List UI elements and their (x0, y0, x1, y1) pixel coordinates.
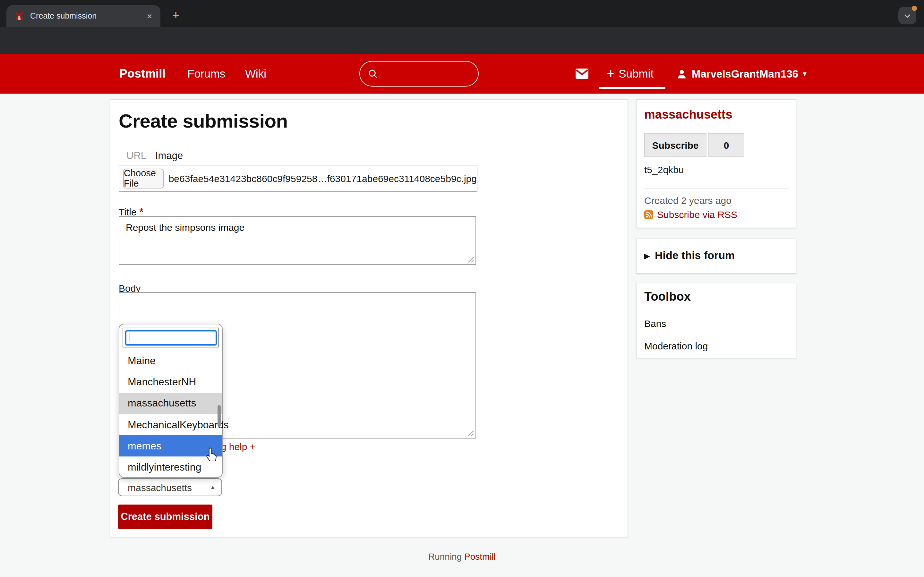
file-input[interactable]: Choose File be63fae54e31423bc860c9f95925… (119, 165, 477, 192)
messages-button[interactable] (575, 54, 589, 93)
update-notification-dot (912, 6, 917, 11)
nav-wiki[interactable]: Wiki (245, 54, 266, 93)
tab-image[interactable]: Image (155, 150, 183, 161)
page-title: Create submission (119, 110, 288, 132)
choose-file-button[interactable]: Choose File (123, 168, 164, 188)
submit-label: Submit (619, 67, 654, 81)
active-nav-underline (599, 87, 666, 89)
hide-forum-card[interactable]: ▶ Hide this forum (636, 238, 796, 274)
site-search-input[interactable] (359, 61, 479, 87)
dropdown-search-input[interactable] (125, 330, 216, 345)
site-footer: Running Postmill (0, 551, 924, 562)
body-label: Body (119, 283, 141, 293)
browser-toolbar: Not Secure ec2-44-202-179-34.compute-1.a… (0, 27, 924, 54)
dropdown-option-massachusetts[interactable]: massachusetts (120, 393, 222, 414)
subscribe-button[interactable]: Subscribe (644, 133, 706, 157)
user-icon (676, 68, 687, 79)
plus-icon: + (607, 67, 614, 81)
hide-forum-label: Hide this forum (655, 250, 735, 262)
forum-id-text: t5_2qkbu (644, 164, 684, 175)
dropdown-option-maine[interactable]: Maine (120, 350, 222, 372)
toolbox-title: Toolbox (644, 290, 691, 304)
user-menu[interactable]: MarvelsGrantMan136 ▾ (676, 54, 806, 93)
envelope-icon (575, 68, 589, 79)
rss-subscribe-link[interactable]: Subscribe via RSS (644, 209, 737, 220)
brand-link[interactable]: Postmill (120, 54, 166, 93)
forum-created-text: Created 2 years ago (644, 195, 732, 206)
caret-up-icon: ▲ (210, 484, 216, 490)
toolbox-card: Toolbox Bans Moderation log (636, 283, 796, 358)
rss-icon (644, 210, 653, 219)
search-icon (368, 68, 379, 79)
required-asterisk: * (139, 206, 143, 218)
toolbox-item-bans[interactable]: Bans (644, 318, 666, 329)
caret-down-icon: ▾ (803, 69, 806, 78)
dropdown-option-mechanicalkeyboards[interactable]: MechanicalKeyboards (120, 414, 222, 436)
chevron-down-icon (902, 11, 913, 21)
rss-label: Subscribe via RSS (657, 209, 737, 220)
screen: Create submission × + (0, 0, 924, 577)
subscriber-count: 0 (708, 133, 744, 157)
username: MarvelsGrantMan136 (692, 68, 798, 80)
forum-info-card: massachusetts Subscribe 0 t5_2qkbu Creat… (636, 99, 796, 228)
forum-name-link[interactable]: massachusetts (644, 108, 732, 122)
running-text: Running (428, 551, 462, 562)
dropdown-scrollbar-thumb[interactable] (218, 405, 221, 427)
browser-tab[interactable]: Create submission × (6, 5, 160, 27)
footer-brand-link[interactable]: Postmill (464, 551, 496, 562)
forum-select-value: massachusetts (128, 482, 192, 493)
title-label: Title (119, 206, 137, 218)
title-textarea[interactable]: Repost the simpsons image (119, 216, 476, 265)
nav-forums[interactable]: Forums (187, 54, 226, 93)
resize-handle-icon[interactable] (468, 430, 474, 437)
toolbox-item-moderation-log[interactable]: Moderation log (644, 340, 708, 351)
dropdown-option-manchesternh[interactable]: ManchesterNH (120, 372, 222, 393)
text-caret (129, 333, 130, 342)
divider (644, 188, 789, 189)
tab-close-icon[interactable]: × (144, 10, 155, 22)
postmill-windmill-favicon (14, 11, 24, 21)
new-tab-icon[interactable]: + (167, 6, 185, 24)
dropdown-search-wrap (123, 327, 219, 348)
browser-tabstrip: Create submission × + (0, 0, 924, 27)
tab-title: Create submission (30, 11, 144, 21)
forum-select[interactable]: massachusetts ▲ (118, 478, 222, 496)
tab-url[interactable]: URL (126, 150, 146, 161)
play-icon: ▶ (644, 251, 650, 260)
file-name: be63fae54e31423bc860c9f959258…f630171abe… (169, 173, 477, 184)
resize-handle-icon[interactable] (468, 256, 474, 263)
create-submission-button[interactable]: Create submission (118, 504, 212, 529)
mouse-hand-cursor (205, 447, 219, 462)
